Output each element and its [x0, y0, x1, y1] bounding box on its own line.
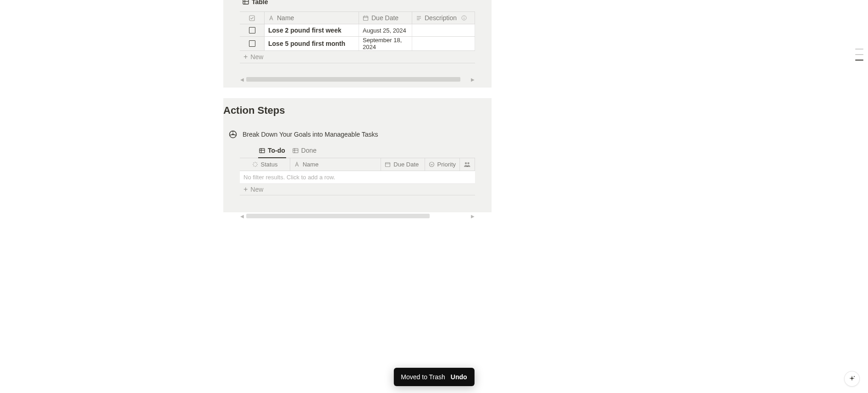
- svg-point-36: [465, 162, 467, 164]
- scroll-left-icon[interactable]: ◀: [240, 214, 244, 219]
- tab-todo[interactable]: To-do: [259, 145, 285, 158]
- table-icon: [293, 148, 299, 154]
- column-due-date[interactable]: Due Date: [381, 158, 425, 171]
- svg-line-18: [234, 135, 236, 136]
- milestones-table: Name Due Date Description: [240, 11, 475, 51]
- action-steps-block: Action Steps Break Down Your Goals into …: [223, 98, 492, 212]
- text-icon: [416, 15, 422, 21]
- tab-todo-label: To-do: [268, 147, 285, 154]
- minimap-line: [855, 49, 863, 50]
- milestones-block: Table Name: [223, 0, 492, 88]
- col-date-label: Due Date: [393, 161, 419, 168]
- column-status[interactable]: Status: [240, 158, 290, 171]
- calendar-icon: [363, 15, 369, 21]
- column-priority[interactable]: Priority: [425, 158, 460, 171]
- minimap-line: [855, 54, 863, 55]
- action-steps-tabs: To-do Done: [240, 145, 475, 158]
- people-icon: [464, 161, 471, 167]
- checkbox-header-icon: [249, 15, 255, 21]
- row-desc[interactable]: [412, 37, 475, 50]
- row-date[interactable]: August 25, 2024: [359, 24, 412, 36]
- column-description[interactable]: Description: [412, 12, 475, 24]
- column-due-date[interactable]: Due Date: [359, 12, 412, 24]
- column-assign[interactable]: [460, 158, 475, 171]
- column-name[interactable]: Name: [265, 12, 359, 24]
- svg-rect-22: [293, 148, 298, 152]
- ai-assist-button[interactable]: [844, 371, 860, 387]
- callout-text: Break Down Your Goals into Manageable Ta…: [243, 131, 378, 138]
- svg-point-37: [467, 162, 469, 164]
- calendar-icon: [385, 161, 391, 167]
- svg-rect-19: [260, 148, 265, 152]
- svg-line-29: [253, 163, 254, 163]
- scroll-left-icon[interactable]: ◀: [240, 77, 244, 82]
- svg-point-15: [232, 133, 234, 135]
- tab-done-label: Done: [301, 147, 316, 154]
- table-row[interactable]: Lose 5 pound first month September 18, 2…: [240, 37, 475, 50]
- new-row-label: New: [250, 186, 263, 193]
- new-row-label: New: [250, 53, 263, 61]
- svg-rect-0: [243, 0, 249, 4]
- table-header-row: Name Due Date Description: [240, 12, 475, 24]
- minimap-line: [855, 60, 863, 61]
- undo-button[interactable]: Undo: [451, 373, 467, 381]
- row-name[interactable]: Lose 2 pound first week: [265, 24, 359, 36]
- empty-state-row[interactable]: No filter results. Click to add a row.: [240, 171, 475, 184]
- svg-rect-4: [364, 16, 368, 20]
- page-minimap[interactable]: [855, 49, 863, 65]
- svg-point-38: [854, 376, 855, 377]
- column-checkbox[interactable]: [240, 12, 265, 24]
- milestones-tab-label: Table: [252, 0, 268, 6]
- trash-toast: Moved to Trash Undo: [393, 368, 474, 386]
- svg-line-31: [253, 166, 254, 166]
- milestones-view-tab[interactable]: Table: [223, 0, 492, 6]
- plus-icon: +: [243, 186, 248, 193]
- svg-rect-3: [249, 16, 254, 21]
- col-priority-label: Priority: [437, 161, 456, 168]
- action-steps-title: Action Steps: [223, 98, 492, 121]
- svg-point-35: [429, 162, 434, 167]
- new-row-button[interactable]: + New: [240, 184, 475, 195]
- row-name[interactable]: Lose 5 pound first month: [265, 37, 359, 50]
- status-icon: [252, 161, 258, 167]
- svg-line-17: [230, 135, 232, 136]
- action-table-header: Status Name Due Date: [240, 158, 475, 171]
- table-row[interactable]: Lose 2 pound first week August 25, 2024: [240, 24, 475, 37]
- title-icon: [294, 161, 300, 167]
- col-status-label: Status: [261, 161, 278, 168]
- info-icon: [461, 15, 467, 21]
- plus-icon: +: [243, 53, 248, 61]
- scroll-right-icon[interactable]: ▶: [470, 214, 475, 219]
- checkbox-icon[interactable]: [249, 40, 255, 47]
- steering-wheel-icon: [229, 130, 237, 138]
- column-name-label: Name: [277, 14, 294, 22]
- svg-line-30: [256, 166, 257, 166]
- checkbox-icon[interactable]: [249, 27, 255, 33]
- column-desc-label: Description: [425, 14, 457, 22]
- action-steps-callout: Break Down Your Goals into Manageable Ta…: [223, 121, 492, 145]
- new-row-button[interactable]: + New: [240, 51, 475, 63]
- table-icon: [259, 148, 265, 154]
- horizontal-scrollbar[interactable]: ◀ ▶: [240, 214, 475, 218]
- sparkle-icon: [848, 375, 856, 382]
- row-date[interactable]: September 18, 2024: [359, 37, 412, 50]
- svg-rect-33: [386, 163, 390, 167]
- tab-done[interactable]: Done: [293, 145, 316, 158]
- horizontal-scrollbar[interactable]: ◀ ▶: [240, 77, 475, 82]
- row-desc[interactable]: [412, 24, 475, 36]
- column-date-label: Due Date: [371, 14, 398, 22]
- svg-point-13: [464, 17, 464, 17]
- scroll-right-icon[interactable]: ▶: [470, 77, 475, 82]
- select-icon: [429, 161, 435, 167]
- col-name-label: Name: [303, 161, 319, 168]
- title-icon: [268, 15, 274, 21]
- table-icon: [243, 0, 249, 5]
- column-name[interactable]: Name: [290, 158, 381, 171]
- svg-line-32: [256, 163, 257, 163]
- toast-message: Moved to Trash: [401, 373, 445, 381]
